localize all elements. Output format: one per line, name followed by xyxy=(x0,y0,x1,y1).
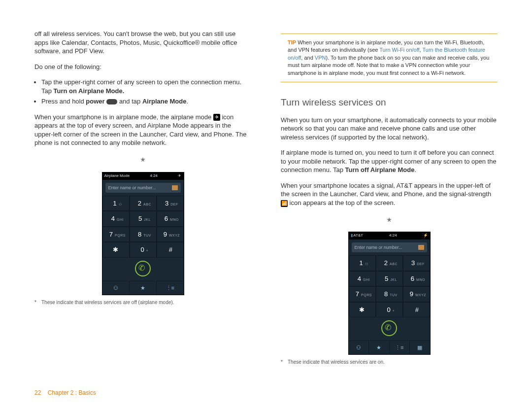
power-button-icon xyxy=(106,99,117,104)
keypad-key: 0+ xyxy=(376,302,403,318)
chapter-label: Chapter 2 : Basics xyxy=(48,389,96,396)
keypad-key: 9WXYZ xyxy=(403,286,430,302)
keypad-key: 3DEF xyxy=(403,255,430,271)
link-vpn[interactable]: VPN xyxy=(315,55,326,61)
keypad-key: # xyxy=(157,242,184,258)
signal-icon: 📶 xyxy=(281,200,288,207)
figure-caption-right: *These indicate that wireless services a… xyxy=(281,359,498,366)
phone-status-bar: ▮ AT&T 4:24 ⚡ xyxy=(349,232,430,240)
section-heading: Turn wireless services on xyxy=(281,96,498,109)
bottom-bar-icon: ⋮≡ xyxy=(389,341,410,354)
tip-box: TIP When your smartphone is in airplane … xyxy=(281,34,498,82)
keypad-key: 5JKL xyxy=(130,211,157,227)
link-wifi[interactable]: Turn Wi-Fi on/off xyxy=(379,47,419,53)
call-button-icon xyxy=(135,261,151,276)
keypad-key: ✱ xyxy=(102,242,130,258)
keypad-key: 8TUV xyxy=(376,286,403,302)
bullet-2: Press and hold power and tap Airplane Mo… xyxy=(41,97,251,106)
airplane-icon: ✈ xyxy=(213,114,220,121)
right-column: TIP When your smartphone is in airplane … xyxy=(281,30,498,379)
call-row xyxy=(349,317,430,341)
keypad-key: ✱ xyxy=(349,302,376,318)
keypad-key: 1⚇ xyxy=(349,255,376,271)
phone-screenshot-connected: ▮ AT&T 4:24 ⚡ Enter name or number... 1⚇… xyxy=(348,232,431,355)
keypad-key: 8TUV xyxy=(130,227,157,242)
bottom-bar-icon: ⋮≡ xyxy=(156,281,183,295)
signal-bars-icon: ▮ xyxy=(351,233,353,238)
callout-asterisk: * xyxy=(34,154,251,169)
bullet-1: Tap the upper-right corner of any screen… xyxy=(41,78,251,95)
instruction-list: Tap the upper-right corner of any screen… xyxy=(34,78,251,106)
keypad-key: 2ABC xyxy=(130,196,157,211)
phone-bottom-bar: ⚇★⋮≡ xyxy=(102,281,184,295)
keypad-key: 0+ xyxy=(130,242,157,258)
bottom-bar-icon: ⚇ xyxy=(349,341,369,354)
bottom-bar-icon: ▦ xyxy=(409,341,430,354)
status-icons: ⚡ xyxy=(423,233,428,239)
left-column: off all wireless services. You can't bro… xyxy=(34,30,251,379)
contact-card-icon xyxy=(172,185,178,190)
airplane-status-icon: ✈ xyxy=(178,173,181,179)
callout-asterisk: * xyxy=(281,214,498,229)
phone-status-bar: Airplane Mode 4:24 ✈ xyxy=(102,172,184,180)
phone-search-field: Enter name or number... xyxy=(105,183,181,193)
do-one-label: Do one of the following: xyxy=(34,63,251,71)
keypad-key: 4GHI xyxy=(349,271,376,287)
bottom-bar-icon: ⚇ xyxy=(102,281,129,295)
keypad-key: 9WXYZ xyxy=(157,227,184,242)
contact-card-icon xyxy=(418,245,424,250)
phone-keypad: 1⚇2ABC3DEF4GHI5JKL6MNO7PQRS8TUV9WXYZ✱0+# xyxy=(102,196,184,258)
call-row xyxy=(102,258,184,281)
phone-screenshot-airplane: Airplane Mode 4:24 ✈ Enter name or numbe… xyxy=(102,172,184,295)
keypad-key: 6MNO xyxy=(157,211,184,227)
figure-caption-left: *These indicate that wireless services a… xyxy=(34,299,251,306)
bottom-bar-icon: ★ xyxy=(129,281,156,295)
bottom-bar-icon: ★ xyxy=(368,341,389,354)
tip-label: TIP xyxy=(288,39,296,45)
keypad-key: 1⚇ xyxy=(102,196,130,211)
right-p1: When you turn on your smartphone, it aut… xyxy=(281,116,498,142)
keypad-key: 2ABC xyxy=(376,255,403,271)
phone-search-field: Enter name or number... xyxy=(352,242,427,252)
keypad-key: # xyxy=(403,302,430,318)
keypad-key: 5JKL xyxy=(376,271,403,287)
page-footer: 22 Chapter 2 : Basics xyxy=(34,379,498,396)
keypad-key: 7PQRS xyxy=(349,286,376,302)
call-button-icon xyxy=(381,320,397,336)
intro-text: off all wireless services. You can't bro… xyxy=(34,30,251,56)
keypad-key: 7PQRS xyxy=(102,227,130,242)
keypad-key: 4GHI xyxy=(102,211,130,227)
page-number: 22 xyxy=(34,389,41,396)
right-p2: If airplane mode is turned on, you need … xyxy=(281,148,498,174)
right-p3: When your smartphone locates a signal, A… xyxy=(281,181,498,207)
phone-keypad: 1⚇2ABC3DEF4GHI5JKL6MNO7PQRS8TUV9WXYZ✱0+# xyxy=(349,255,430,317)
phone-bottom-bar: ⚇★⋮≡▦ xyxy=(349,341,430,354)
keypad-key: 6MNO xyxy=(403,271,430,287)
keypad-key: 3DEF xyxy=(157,196,184,211)
airplane-description: When your smartphone is in airplane mode… xyxy=(34,113,251,147)
